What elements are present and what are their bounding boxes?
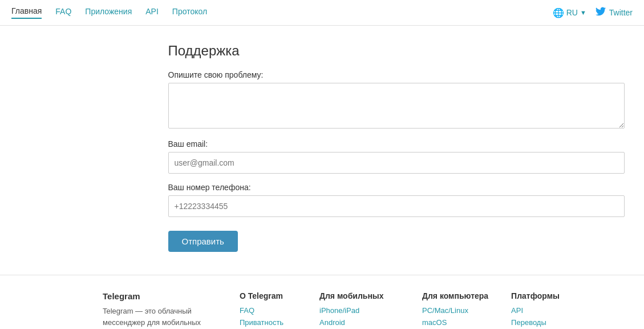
footer-col-3: ПлатформыAPIПереводыInstant View [511,291,568,329]
footer-col-title-0: О Telegram [240,291,297,300]
globe-icon: 🌐 [553,7,564,18]
nav-left: Главная FAQ Приложения API Протокол [11,6,207,19]
footer-col-2: Для компьютераPC/Mac/LinuxmacOSВеб-верси… [422,291,488,329]
footer-col-title-3: Платформы [511,291,568,300]
footer-link-3-0[interactable]: API [511,306,568,315]
twitter-link[interactable]: Twitter [596,6,633,19]
twitter-label: Twitter [609,8,633,17]
footer-brand-title: Telegram [103,291,205,301]
header: Главная FAQ Приложения API Протокол 🌐 RU… [0,0,644,26]
email-group: Ваш email: [168,139,568,174]
phone-label: Ваш номер телефона: [168,183,568,192]
email-label: Ваш email: [168,139,568,149]
phone-group: Ваш номер телефона: [168,183,568,217]
nav-item-protocol[interactable]: Протокол [172,7,207,18]
nav-item-apps[interactable]: Приложения [85,7,132,18]
footer-col-0: О TelegramFAQПриватностьДля СМИ [240,291,297,329]
footer-link-1-0[interactable]: iPhone/iPad [319,306,399,315]
footer-link-3-1[interactable]: Переводы [511,318,568,327]
problem-textarea[interactable] [168,83,625,129]
lang-label: RU [566,8,578,17]
nav-right: 🌐 RU ▼ Twitter [553,6,633,19]
page-title: Поддержка [168,43,568,59]
submit-button[interactable]: Отправить [168,231,238,252]
footer-col-1: Для мобильныхiPhone/iPadAndroidМобильная… [319,291,399,329]
language-selector[interactable]: 🌐 RU ▼ [553,7,586,18]
footer-brand: Telegram Telegram — это облачный мессенд… [103,291,205,329]
main-content: Поддержка Опишите свою проблему: Ваш ema… [66,26,579,275]
email-input[interactable] [168,152,625,174]
footer-link-0-1[interactable]: Приватность [240,318,297,327]
footer-link-1-1[interactable]: Android [319,318,399,327]
nav-item-api[interactable]: API [145,7,159,18]
footer-columns: О TelegramFAQПриватностьДля СМИДля мобил… [240,291,568,329]
phone-input[interactable] [168,195,625,217]
problem-label: Опишите свою проблему: [168,70,568,79]
footer-col-title-1: Для мобильных [319,291,399,300]
twitter-icon [596,6,606,19]
problem-group: Опишите свою проблему: [168,70,568,130]
nav-item-home[interactable]: Главная [11,6,42,19]
footer-link-2-1[interactable]: macOS [422,318,488,327]
footer-link-0-0[interactable]: FAQ [240,306,297,315]
footer-link-2-0[interactable]: PC/Mac/Linux [422,306,488,315]
footer-brand-desc: Telegram — это облачный мессенджер для м… [103,306,205,329]
footer: Telegram Telegram — это облачный мессенд… [0,275,644,329]
nav-item-faq[interactable]: FAQ [55,7,71,18]
chevron-down-icon: ▼ [580,9,586,16]
footer-col-title-2: Для компьютера [422,291,488,300]
